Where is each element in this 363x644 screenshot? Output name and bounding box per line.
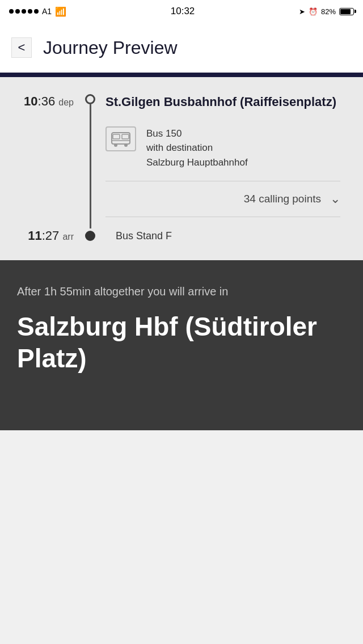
bus-icon-box [105, 126, 136, 151]
arrival-hour: 11 [28, 228, 41, 243]
arrival-time-col: 11:27 arr [11, 228, 85, 243]
timeline-start [85, 94, 95, 228]
page-title: Journey Preview [43, 37, 178, 58]
alarm-icon: ⏰ [309, 7, 318, 16]
carrier-label: A1 [42, 7, 52, 16]
dot4 [28, 9, 32, 14]
svg-point-4 [114, 143, 117, 147]
departure-row: 10:36 dep St.Gilgen Busbahnhof (Raiffeis… [0, 94, 363, 228]
svg-rect-2 [122, 134, 129, 139]
bus-text: Bus 150 with destination Salzburg Hauptb… [146, 126, 248, 170]
dot5 [34, 9, 39, 14]
departure-label: dep [58, 98, 74, 107]
arrival-time: 11:27 arr [28, 228, 74, 243]
status-left: A1 📶 [9, 6, 66, 17]
arrival-label: arr [62, 232, 74, 242]
departure-info: St.Gilgen Busbahnhof (Raiffeisenplatz) B… [95, 94, 352, 228]
footer-destination: Salzburg Hbf (Südtiroler Platz) [17, 311, 346, 374]
status-right: ➤ ⏰ 82% [299, 7, 354, 16]
battery-icon [339, 8, 354, 15]
svg-rect-1 [113, 134, 120, 139]
bus-svg-icon [111, 130, 131, 147]
calling-points-label: 34 calling points [244, 193, 321, 205]
arrival-station: Bus Stand F [105, 230, 352, 242]
departure-hour: 10 [24, 94, 37, 108]
departure-minutes: :36 [38, 94, 56, 108]
dark-separator [0, 73, 363, 77]
departure-station: St.Gilgen Busbahnhof (Raiffeisenplatz) [105, 94, 352, 111]
battery-fill [340, 9, 351, 14]
arrival-dot [85, 231, 95, 241]
bus-destination-prefix: with destination [146, 141, 248, 155]
footer-after-text: After 1h 55min altogether you will arriv… [17, 283, 346, 300]
journey-section: 10:36 dep St.Gilgen Busbahnhof (Raiffeis… [0, 77, 363, 260]
clock: 10:32 [171, 6, 195, 17]
timeline-line [90, 104, 91, 228]
chevron-down-icon[interactable]: ⌄ [330, 192, 340, 206]
bus-info: Bus 150 with destination Salzburg Hauptb… [105, 126, 352, 170]
timeline-end [85, 231, 95, 241]
back-chevron-icon: < [18, 40, 26, 55]
departure-dot [85, 94, 95, 104]
location-icon: ➤ [299, 7, 305, 16]
bus-line: Bus 150 [146, 126, 248, 141]
footer-section: After 1h 55min altogether you will arriv… [0, 260, 363, 430]
status-bar: A1 📶 10:32 ➤ ⏰ 82% [0, 0, 363, 23]
arrival-row: 11:27 arr Bus Stand F [0, 228, 363, 243]
arrival-info: Bus Stand F [95, 230, 352, 242]
dot2 [15, 9, 20, 14]
arrival-minutes: :27 [42, 228, 60, 243]
departure-time-col: 10:36 dep [11, 94, 85, 228]
dot1 [9, 9, 14, 14]
arrival-divider [105, 217, 340, 217]
back-button[interactable]: < [11, 37, 32, 58]
signal-dots [9, 9, 39, 14]
header: < Journey Preview [0, 23, 363, 73]
battery-label: 82% [321, 7, 336, 16]
wifi-icon: 📶 [55, 6, 66, 17]
svg-point-5 [124, 143, 128, 147]
calling-points-row[interactable]: 34 calling points ⌄ [189, 181, 352, 217]
bus-destination: Salzburg Hauptbahnhof [146, 155, 248, 170]
dot3 [22, 9, 26, 14]
departure-time: 10:36 dep [24, 94, 74, 109]
